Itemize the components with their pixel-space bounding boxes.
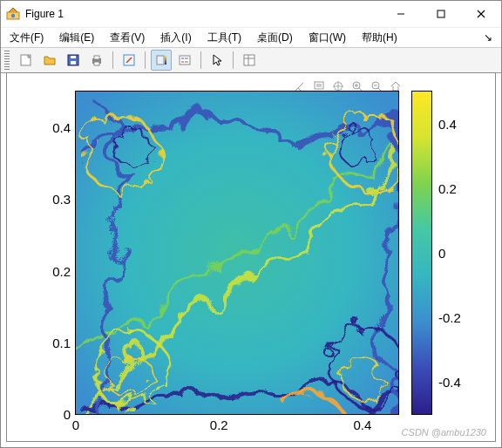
watermark: CSDN @ambu1230 [402,427,486,438]
svg-rect-15 [157,56,164,64]
close-button[interactable] [461,1,501,27]
menu-tools[interactable]: 工具(T) [204,30,245,46]
xtick-2: 0.4 [353,417,371,432]
print-button[interactable] [86,50,107,71]
toolbar [1,48,501,73]
ytick-2: 0.2 [52,263,71,278]
svg-rect-12 [94,62,99,65]
menu-view[interactable]: 查看(V) [106,30,148,46]
svg-rect-36 [76,92,398,414]
window-title: Figure 1 [25,8,64,20]
matlab-figure-icon [6,7,20,21]
edit-plot-button[interactable] [119,50,139,71]
svg-rect-8 [71,61,76,64]
colorbar[interactable]: -0.4 -0.2 0 0.2 0.4 [411,91,432,415]
colorbar-gradient [412,92,431,414]
figure-area: 0 0.1 0.2 0.3 0.4 0 0.2 0.4 -0.4 -0.2 0 … [6,72,496,442]
toolbar-grip [4,51,10,70]
menu-file[interactable]: 文件(F) [6,30,47,46]
properties-button[interactable] [239,50,260,71]
maximize-button[interactable] [421,1,461,27]
cbar-tick-4: 0.4 [438,117,457,132]
svg-rect-16 [165,56,166,64]
axes[interactable]: 0 0.1 0.2 0.3 0.4 0 0.2 0.4 [75,91,399,415]
cbar-tick-1: -0.2 [438,310,461,325]
insert-legend-button[interactable] [174,50,195,71]
menu-more[interactable]: ↘ [480,31,496,44]
cbar-tick-3: 0.2 [438,181,457,196]
xtick-1: 0.2 [210,417,228,432]
cursor-button[interactable] [207,50,227,71]
menu-edit[interactable]: 编辑(E) [56,30,98,46]
svg-line-25 [298,83,303,88]
cbar-tick-0: -0.4 [438,375,461,390]
svg-rect-9 [71,56,76,58]
menu-help[interactable]: 帮助(H) [358,30,401,46]
svg-rect-17 [180,56,190,64]
svg-line-14 [126,58,132,63]
titlebar: Figure 1 [1,1,501,28]
xtick-0: 0 [72,417,79,432]
new-figure-button[interactable] [16,50,37,71]
minimize-button[interactable] [381,1,421,27]
svg-rect-22 [244,55,254,65]
menu-desktop[interactable]: 桌面(D) [254,30,296,46]
save-button[interactable] [63,50,84,71]
menubar: 文件(F) 编辑(E) 查看(V) 插入(I) 工具(T) 桌面(D) 窗口(W… [1,28,501,48]
svg-rect-26 [315,82,323,89]
menu-insert[interactable]: 插入(I) [157,30,194,46]
ytick-0: 0 [64,407,71,422]
open-button[interactable] [39,50,60,71]
ytick-1: 0.1 [52,335,71,350]
figure-window: Figure 1 文件(F) 编辑(E) 查看(V) 插入(I) 工具(T) 桌… [0,0,502,448]
heatmap-image [76,92,398,414]
svg-rect-3 [438,10,444,17]
ytick-4: 0.4 [52,120,71,135]
cbar-tick-2: 0 [438,246,445,261]
svg-point-1 [11,14,15,17]
svg-rect-11 [94,56,99,59]
insert-colorbar-button[interactable] [151,50,172,71]
ytick-3: 0.3 [52,192,71,207]
menu-window[interactable]: 窗口(W) [305,30,349,46]
